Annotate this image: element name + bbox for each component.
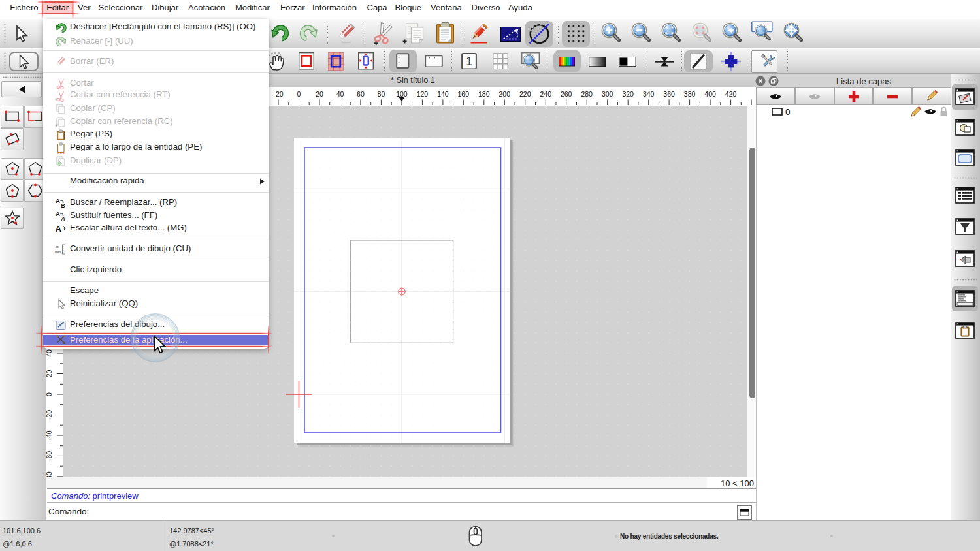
svg-text:-20: -20 [46, 410, 53, 420]
svg-text:320: 320 [622, 90, 634, 98]
svg-text:120: 120 [417, 90, 429, 98]
svg-text:A: A [56, 197, 60, 204]
svg-text:40: 40 [336, 90, 344, 98]
svg-text:380: 380 [684, 90, 696, 98]
svg-text:-40: -40 [46, 430, 53, 440]
svg-text:20: 20 [316, 90, 323, 98]
svg-text:-20: -20 [273, 90, 283, 98]
svg-text:20: 20 [46, 370, 53, 378]
svg-text:360: 360 [663, 90, 675, 98]
svg-text:A: A [56, 210, 60, 217]
svg-text:140: 140 [437, 90, 449, 98]
svg-text:240: 240 [540, 90, 552, 98]
svg-text:200: 200 [499, 90, 511, 98]
svg-text:80: 80 [378, 90, 385, 98]
svg-text:400: 400 [704, 90, 716, 98]
svg-text:60: 60 [357, 90, 365, 98]
svg-text:100: 100 [396, 90, 408, 98]
svg-text:0: 0 [46, 392, 53, 396]
svg-text:A: A [61, 215, 65, 222]
svg-text:-60: -60 [46, 451, 53, 461]
svg-text:A: A [56, 224, 62, 234]
svg-text:420: 420 [725, 90, 737, 98]
svg-text:340: 340 [643, 90, 655, 98]
svg-text:260: 260 [561, 90, 572, 98]
svg-text:300: 300 [602, 90, 613, 98]
svg-text:280: 280 [581, 90, 593, 98]
svg-text:0: 0 [297, 90, 301, 98]
svg-text:B: B [61, 202, 65, 209]
svg-text:in: in [56, 245, 58, 249]
svg-text:1: 1 [466, 55, 472, 68]
svg-text:160: 160 [458, 90, 470, 98]
svg-text:220: 220 [519, 90, 531, 98]
svg-text:-80: -80 [46, 471, 53, 477]
svg-text:mm: mm [55, 250, 61, 254]
svg-text:180: 180 [478, 90, 490, 98]
